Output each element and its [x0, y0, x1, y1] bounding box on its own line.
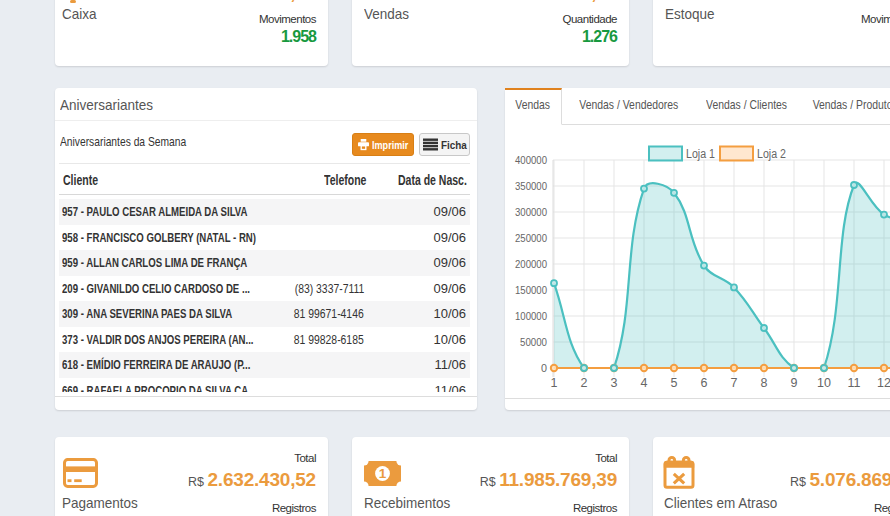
svg-text:8: 8 [761, 376, 768, 390]
svg-text:9: 9 [791, 376, 798, 390]
svg-text:10: 10 [817, 376, 831, 390]
svg-text:11: 11 [848, 376, 861, 390]
svg-text:50000: 50000 [520, 336, 547, 348]
svg-text:12: 12 [877, 376, 890, 390]
svg-text:300000: 300000 [515, 206, 547, 218]
svg-text:150000: 150000 [515, 284, 547, 296]
svg-text:250000: 250000 [515, 232, 547, 244]
svg-text:Loja 1: Loja 1 [686, 147, 715, 161]
svg-text:6: 6 [701, 376, 708, 390]
svg-text:7: 7 [731, 376, 738, 390]
svg-text:Loja 2: Loja 2 [757, 147, 786, 161]
svg-text:200000: 200000 [515, 258, 547, 270]
svg-text:400000: 400000 [515, 154, 547, 166]
svg-text:3: 3 [611, 376, 618, 390]
svg-text:5: 5 [671, 376, 678, 390]
svg-text:100000: 100000 [515, 310, 547, 322]
svg-text:1: 1 [379, 466, 387, 481]
svg-text:2: 2 [581, 376, 588, 390]
svg-text:350000: 350000 [515, 180, 547, 192]
svg-text:1: 1 [551, 376, 558, 390]
svg-text:4: 4 [641, 376, 648, 390]
svg-text:0: 0 [541, 362, 547, 374]
